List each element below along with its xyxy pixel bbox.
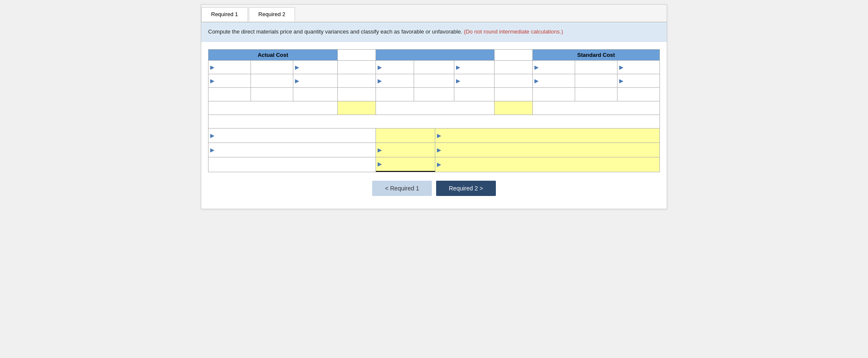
mid-row3-col2[interactable] xyxy=(414,88,454,101)
ac-row3-col3[interactable] xyxy=(293,88,338,101)
mid-row2-col3[interactable]: ▶ xyxy=(454,74,495,87)
ac-r2c1-input[interactable] xyxy=(215,78,249,84)
var-r3-value-input[interactable] xyxy=(383,161,433,167)
mid-row2-col1[interactable]: ▶ xyxy=(376,74,414,87)
ac-r2c3-input[interactable] xyxy=(300,78,336,84)
standard-cost-header: Standard Cost xyxy=(533,50,659,60)
tab-required-1[interactable]: Required 1 xyxy=(201,7,248,22)
sc-r1c3-input[interactable] xyxy=(624,64,658,70)
variance-row-1: ▶ ▶ xyxy=(209,129,659,143)
right-total-yellow[interactable] xyxy=(495,101,533,115)
var-r3-label-cell[interactable] xyxy=(209,157,376,172)
var-r3-label-input[interactable] xyxy=(210,162,374,168)
var-r2-label-cell[interactable]: ▶ xyxy=(209,143,376,157)
var-r2-value-input[interactable] xyxy=(383,147,433,153)
sc-r3c2-input[interactable] xyxy=(577,91,615,97)
ac-r1c2-input[interactable] xyxy=(253,64,291,70)
arrow-icon-var-r1-type: ▶ xyxy=(437,132,441,139)
arrow-icon-ac-r1c3: ▶ xyxy=(295,64,299,70)
mid-r1c3-input[interactable] xyxy=(461,64,492,70)
mid-row3-col3[interactable] xyxy=(454,88,495,101)
ac-total-cell[interactable] xyxy=(209,101,338,115)
mid-r2c3-input[interactable] xyxy=(461,78,492,84)
mid-r3c1-input[interactable] xyxy=(378,91,412,97)
right-gap-r1 xyxy=(495,61,533,74)
sc-r3c1-input[interactable] xyxy=(534,91,573,97)
sc-r2c2-input[interactable] xyxy=(577,78,615,84)
ac-r2c2-input[interactable] xyxy=(253,78,291,84)
ac-row3-col1[interactable] xyxy=(209,88,251,101)
sc-total-input[interactable] xyxy=(534,105,658,111)
var-r1-type-input[interactable] xyxy=(442,132,658,138)
main-content: Actual Cost Standard Cost ▶ xyxy=(201,42,667,209)
prev-button[interactable]: Required 1 xyxy=(372,181,432,196)
mid-r3c3-input[interactable] xyxy=(456,91,492,97)
ac-r1c3-input[interactable] xyxy=(300,64,336,70)
mid-r3c2-input[interactable] xyxy=(416,91,452,97)
mid-row2-col2[interactable] xyxy=(414,74,454,87)
mid-gap-r2 xyxy=(338,74,376,87)
sc-row2-col2[interactable] xyxy=(575,74,618,87)
var-r3-type-cell[interactable]: ▶ xyxy=(435,157,659,172)
sc-row2-col3[interactable]: ▶ xyxy=(618,74,659,87)
sc-r3c3-input[interactable] xyxy=(619,91,658,97)
next-button[interactable]: Required 2 xyxy=(436,181,496,196)
ac-r3c3-input[interactable] xyxy=(295,91,336,97)
ac-total-input[interactable] xyxy=(210,105,336,111)
var-r2-value-cell[interactable]: ▶ xyxy=(376,143,435,157)
ac-row2-col2[interactable] xyxy=(251,74,293,87)
sc-row3-col2[interactable] xyxy=(575,88,618,101)
mid-r2c1-input[interactable] xyxy=(383,78,412,84)
sc-r2c3-input[interactable] xyxy=(624,78,658,84)
ac-row3-col2[interactable] xyxy=(251,88,293,101)
mid-row1-col3[interactable]: ▶ xyxy=(454,61,495,74)
prev-button-label: Required 1 xyxy=(390,185,420,192)
mid-row1-col2[interactable] xyxy=(414,61,454,74)
ac-row2-col3[interactable]: ▶ xyxy=(293,74,338,87)
mid-total-yellow-1-input[interactable] xyxy=(339,105,374,111)
sc-row1-col2[interactable] xyxy=(575,61,618,74)
sc-row2-col1[interactable]: ▶ xyxy=(533,74,575,87)
mid-r1c2-input[interactable] xyxy=(416,64,452,70)
ac-r1c1-input[interactable] xyxy=(215,64,249,70)
sc-r2c1-input[interactable] xyxy=(540,78,573,84)
sc-total-cell[interactable] xyxy=(533,101,659,115)
mid-row3-col1[interactable] xyxy=(376,88,414,101)
mid-total-cell[interactable] xyxy=(376,101,495,115)
var-r1-label-input[interactable] xyxy=(215,132,374,138)
ac-row1-col3[interactable]: ▶ xyxy=(293,61,338,74)
sc-r1c1-input[interactable] xyxy=(540,64,573,70)
arrow-icon-var-r2: ▶ xyxy=(210,147,214,153)
arrow-icon-mid-r1c1: ▶ xyxy=(378,64,382,70)
var-r3-value-cell[interactable]: ▶ xyxy=(376,157,435,172)
sc-row1-col1[interactable]: ▶ xyxy=(533,61,575,74)
ac-r3c1-input[interactable] xyxy=(210,91,249,97)
sc-row1-col3[interactable]: ▶ xyxy=(618,61,659,74)
arrow-icon-var-r3-value: ▶ xyxy=(378,161,382,167)
mid-row1-col1[interactable]: ▶ xyxy=(376,61,414,74)
mid-total-input[interactable] xyxy=(378,105,492,111)
ac-row1-col2[interactable] xyxy=(251,61,293,74)
mid-r1c1-input[interactable] xyxy=(383,64,412,70)
ac-row1-col1[interactable]: ▶ xyxy=(209,61,251,74)
ac-r3c2-input[interactable] xyxy=(253,91,291,97)
var-r2-label-input[interactable] xyxy=(215,147,374,153)
standard-cost-header-text: Standard Cost xyxy=(577,52,615,58)
tab-required-2[interactable]: Required 2 xyxy=(249,7,295,22)
data-row-2: ▶ ▶ ▶ ▶ xyxy=(209,74,659,88)
sc-row3-col1[interactable] xyxy=(533,88,575,101)
var-r1-label-cell[interactable]: ▶ xyxy=(209,129,376,143)
var-r2-type-input[interactable] xyxy=(442,147,658,153)
arrow-icon-sc-r2c1: ▶ xyxy=(534,78,539,84)
var-r3-type-input[interactable] xyxy=(442,162,658,168)
var-r1-value-cell[interactable] xyxy=(376,129,435,143)
sc-r1c2-input[interactable] xyxy=(577,64,615,70)
var-r1-type-cell[interactable]: ▶ xyxy=(435,129,659,143)
var-r1-value-input[interactable] xyxy=(378,132,433,138)
ac-row2-col1[interactable]: ▶ xyxy=(209,74,251,87)
right-total-yellow-input[interactable] xyxy=(496,105,531,111)
mid-total-yellow-1[interactable] xyxy=(338,101,376,115)
mid-r2c2-input[interactable] xyxy=(416,78,452,84)
sc-row3-col3[interactable] xyxy=(618,88,659,101)
var-r2-type-cell[interactable]: ▶ xyxy=(435,143,659,157)
